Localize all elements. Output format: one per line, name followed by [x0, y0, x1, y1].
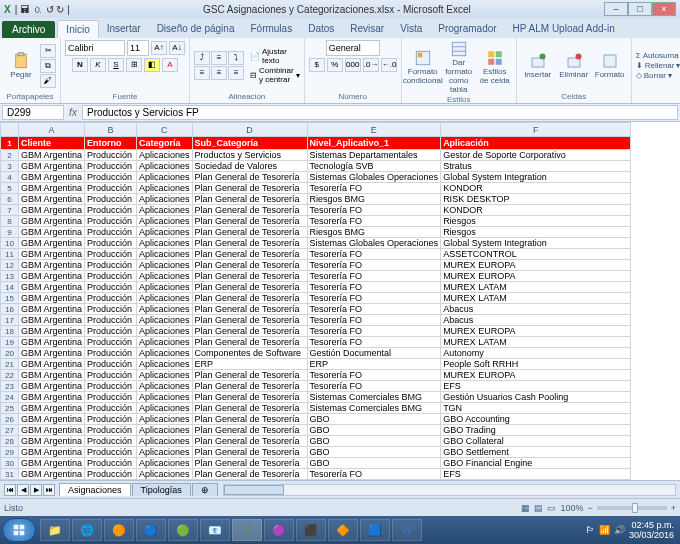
- sheet-nav-next[interactable]: ▶: [30, 484, 42, 496]
- cell[interactable]: Producción: [85, 381, 137, 392]
- cell[interactable]: Producción: [85, 480, 137, 481]
- taskbar-chrome-icon[interactable]: 🟢: [168, 519, 198, 541]
- select-all-cell[interactable]: [1, 123, 19, 137]
- cell[interactable]: GBM Argentina: [19, 238, 85, 249]
- cell-styles-button[interactable]: Estilos de celda: [478, 49, 512, 85]
- cell[interactable]: Sistemas Comerciales BMG: [307, 403, 441, 414]
- border-button[interactable]: ⊞: [126, 58, 142, 72]
- row-header-11[interactable]: 11: [1, 249, 19, 260]
- cell[interactable]: GBM Argentina: [19, 326, 85, 337]
- fx-icon[interactable]: fx: [66, 107, 80, 118]
- cell[interactable]: Plan General de Tesorería: [192, 282, 307, 293]
- cell[interactable]: Aplicaciones: [137, 425, 193, 436]
- zoom-in-button[interactable]: +: [671, 503, 676, 513]
- cell[interactable]: RISK DESKTOP: [441, 194, 631, 205]
- cell[interactable]: Producción: [85, 227, 137, 238]
- clear-button[interactable]: ◇ Borrar ▾: [636, 71, 680, 80]
- cell[interactable]: GBM Argentina: [19, 414, 85, 425]
- cell[interactable]: Producción: [85, 458, 137, 469]
- horizontal-scrollbar[interactable]: [223, 484, 676, 496]
- ribbon-tab-8[interactable]: HP ALM Upload Add-in: [505, 20, 623, 38]
- cell[interactable]: GBM Argentina: [19, 271, 85, 282]
- cell[interactable]: MUREX EUROPA: [441, 370, 631, 381]
- cell[interactable]: ERP: [307, 359, 441, 370]
- cell[interactable]: Producción: [85, 249, 137, 260]
- cell[interactable]: Tesorería FO: [307, 216, 441, 227]
- taskbar-app5-icon[interactable]: 🟦: [360, 519, 390, 541]
- cell[interactable]: Aplicaciones: [137, 205, 193, 216]
- cell[interactable]: Sistemas Comerciales BMG: [307, 392, 441, 403]
- cell[interactable]: Producción: [85, 205, 137, 216]
- header-cell[interactable]: Categoría: [137, 137, 193, 150]
- row-header-9[interactable]: 9: [1, 227, 19, 238]
- cell[interactable]: GBM Argentina: [19, 447, 85, 458]
- row-header-18[interactable]: 18: [1, 326, 19, 337]
- font-size-select[interactable]: [127, 40, 149, 56]
- ribbon-tab-5[interactable]: Revisar: [342, 20, 392, 38]
- cell[interactable]: GBM Argentina: [19, 293, 85, 304]
- cell[interactable]: Plan General de Tesorería: [192, 293, 307, 304]
- taskbar-explorer-icon[interactable]: 📁: [40, 519, 70, 541]
- cell[interactable]: GBM Argentina: [19, 194, 85, 205]
- cell[interactable]: GBM Argentina: [19, 370, 85, 381]
- row-header-25[interactable]: 25: [1, 403, 19, 414]
- zoom-value[interactable]: 100%: [560, 503, 583, 513]
- cell[interactable]: GBO: [307, 414, 441, 425]
- cell[interactable]: Tesorería FO: [307, 381, 441, 392]
- cell[interactable]: Producción: [85, 392, 137, 403]
- cell[interactable]: Aplicaciones: [137, 161, 193, 172]
- cell[interactable]: Abacus: [441, 315, 631, 326]
- cell[interactable]: GBO Collateral: [441, 436, 631, 447]
- cell[interactable]: Producción: [85, 293, 137, 304]
- cell[interactable]: Plan General de Tesorería: [192, 183, 307, 194]
- taskbar-app2-icon[interactable]: 🟣: [264, 519, 294, 541]
- cell[interactable]: Producción: [85, 238, 137, 249]
- taskbar-app4-icon[interactable]: 🔶: [328, 519, 358, 541]
- cell[interactable]: Tesorería FO: [307, 370, 441, 381]
- cell[interactable]: Aplicaciones: [137, 150, 193, 161]
- taskbar-app3-icon[interactable]: ⬛: [296, 519, 326, 541]
- cell[interactable]: Riesgos BMG: [307, 227, 441, 238]
- cell[interactable]: Tesorería FO: [307, 271, 441, 282]
- taskbar-excel-icon[interactable]: X: [232, 519, 262, 541]
- cell[interactable]: Plan General de Tesorería: [192, 337, 307, 348]
- ribbon-tab-7[interactable]: Programador: [430, 20, 504, 38]
- cell[interactable]: Producción: [85, 172, 137, 183]
- cell[interactable]: KONDOR: [441, 205, 631, 216]
- cell[interactable]: TGN: [441, 403, 631, 414]
- formula-input[interactable]: Productos y Servicios FP: [82, 105, 678, 120]
- cell[interactable]: Producción: [85, 348, 137, 359]
- row-header-28[interactable]: 28: [1, 436, 19, 447]
- view-break-icon[interactable]: ▭: [547, 503, 556, 513]
- cell[interactable]: Producción: [85, 370, 137, 381]
- cell[interactable]: MUREX EUROPA: [441, 260, 631, 271]
- cell[interactable]: Aplicaciones: [137, 249, 193, 260]
- cell[interactable]: Componentes de Software: [192, 348, 307, 359]
- sheet-nav-prev[interactable]: ◀: [17, 484, 29, 496]
- taskbar-outlook-icon[interactable]: 📧: [200, 519, 230, 541]
- row-header-22[interactable]: 22: [1, 370, 19, 381]
- cell[interactable]: Aplicaciones: [137, 359, 193, 370]
- cell[interactable]: Tesorería FO: [307, 315, 441, 326]
- percent-button[interactable]: %: [327, 58, 343, 72]
- cell[interactable]: GBM Argentina: [19, 260, 85, 271]
- cell[interactable]: GBM Argentina: [19, 304, 85, 315]
- cell[interactable]: Plan General de Tesorería: [192, 458, 307, 469]
- row-header-32[interactable]: 32: [1, 480, 19, 481]
- row-header-31[interactable]: 31: [1, 469, 19, 480]
- cell[interactable]: Aplicaciones: [137, 348, 193, 359]
- merge-center-button[interactable]: ⊟ Combinar y centrar ▾: [250, 66, 300, 84]
- bold-button[interactable]: N: [72, 58, 88, 72]
- row-header-14[interactable]: 14: [1, 282, 19, 293]
- cell[interactable]: Producción: [85, 194, 137, 205]
- cell[interactable]: GBM Argentina: [19, 381, 85, 392]
- cell[interactable]: Producción: [85, 315, 137, 326]
- cell[interactable]: Aplicaciones: [137, 227, 193, 238]
- cell[interactable]: Aplicaciones: [137, 480, 193, 481]
- cell[interactable]: GBO: [307, 425, 441, 436]
- cell[interactable]: Plan General de Tesorería: [192, 249, 307, 260]
- cell[interactable]: GBO Financial Engine: [441, 480, 631, 481]
- cell[interactable]: GBM Argentina: [19, 480, 85, 481]
- cell[interactable]: Aplicaciones: [137, 403, 193, 414]
- cell[interactable]: Plan General de Tesorería: [192, 381, 307, 392]
